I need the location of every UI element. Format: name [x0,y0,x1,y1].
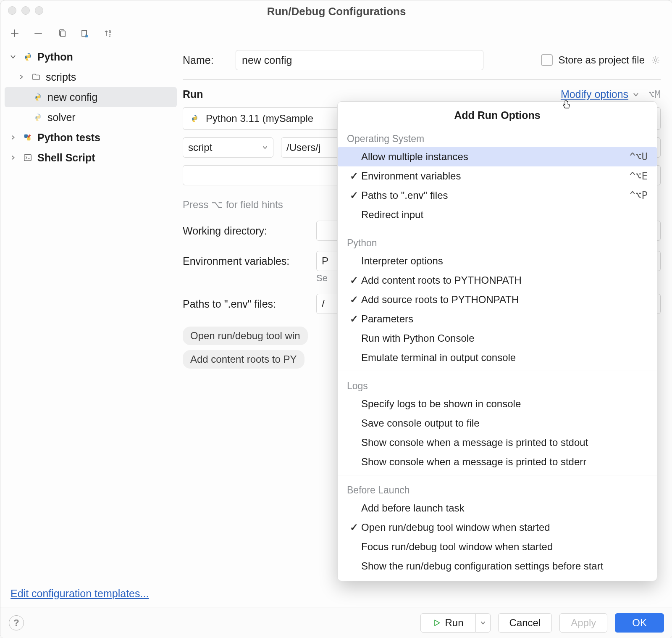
python-tests-icon [22,132,33,143]
popover-item[interactable]: Run with Python Console [338,329,657,348]
run-button[interactable]: Run [420,613,476,633]
tree-label: Shell Script [37,152,95,164]
popover-item[interactable]: ✓Open run/debug tool window when started [338,518,657,537]
run-config-dialog: Run/Debug Configurations az [0,0,672,638]
svg-rect-1 [60,31,65,37]
popover-group-title: Python [338,232,657,251]
chevron-down-icon[interactable] [8,53,18,60]
popover-item[interactable]: Emulate terminal in output console [338,348,657,367]
popover-group-title: Before Launch [338,479,657,498]
tree-node-scripts[interactable]: scripts [5,67,177,87]
popover-item-label: Show the run/debug configuration setting… [361,560,648,572]
tree-node-python[interactable]: Python [5,47,177,67]
popover-item-label: Redirect input [361,209,648,221]
cancel-button[interactable]: Cancel [498,613,552,633]
popover-item-label: Show console when a message is printed t… [361,437,648,448]
popover-item-label: Run with Python Console [361,332,648,344]
tree-label: scripts [46,71,76,83]
svg-point-9 [654,59,657,61]
chevron-right-icon[interactable] [8,134,18,140]
chevron-down-icon [262,145,268,150]
popover-item[interactable]: ✓Parameters [338,309,657,329]
popover-item[interactable]: Specify logs to be shown in console [338,394,657,414]
apply-button[interactable]: Apply [559,613,607,633]
tree-node-solver[interactable]: solver [5,107,177,127]
script-mode-select[interactable]: script [183,137,273,158]
remove-config-button[interactable] [32,27,44,39]
chevron-right-icon[interactable] [16,74,26,80]
popover-item-shortcut: ^⌥U [630,151,648,163]
popover-item-label: Allow multiple instances [361,151,630,163]
tree-node-python-tests[interactable]: Python tests [5,127,177,148]
edit-templates-link[interactable]: Edit configuration templates... [10,588,149,600]
popover-group-title: Logs [338,374,657,394]
python-icon [22,51,33,62]
popover-item[interactable]: Save console output to file [338,414,657,433]
popover-group-title: Operating System [338,127,657,147]
play-icon [433,619,441,627]
minimize-window-icon[interactable] [21,6,30,15]
copy-config-button[interactable] [56,27,68,39]
name-input[interactable]: new config [236,50,483,70]
gear-icon[interactable] [651,55,661,65]
env-vars-label: Environment variables: [183,255,309,267]
tree-label: new config [47,91,98,103]
svg-text:z: z [109,33,111,38]
python-icon [189,113,200,124]
name-label: Name: [183,54,227,66]
popover-item[interactable]: Show console when a message is printed t… [338,452,657,472]
store-as-project-checkbox[interactable] [541,54,553,66]
ok-button[interactable]: OK [615,613,664,633]
add-config-button[interactable] [9,27,21,39]
popover-item[interactable]: Focus run/debug tool window when started [338,537,657,556]
popover-item[interactable]: Show the run/debug configuration setting… [338,556,657,576]
save-temp-button[interactable] [79,27,91,39]
terminal-icon [22,152,33,163]
popover-item-label: Save console output to file [361,417,648,429]
check-icon: ✓ [347,522,361,533]
popover-item-label: Show console when a message is printed t… [361,456,648,468]
help-button[interactable]: ? [9,615,24,630]
titlebar: Run/Debug Configurations [0,0,672,22]
option-chip[interactable]: Add content roots to PY [183,350,304,369]
popover-item[interactable]: ✓Paths to ".env" files^⌥P [338,186,657,205]
env-files-label: Paths to ".env" files: [183,298,309,310]
zoom-window-icon[interactable] [35,6,43,15]
tree-label: solver [47,111,76,124]
option-chip[interactable]: Open run/debug tool win [183,327,308,345]
popover-item[interactable]: Show console when a message is printed t… [338,433,657,452]
python-icon [32,92,43,103]
close-window-icon[interactable] [8,6,16,15]
store-label: Store as project file [559,54,645,66]
divider [338,371,657,371]
popover-item[interactable]: Redirect input [338,205,657,224]
popover-item-label: Add source roots to PYTHONPATH [361,294,648,306]
working-dir-label: Working directory: [183,225,309,237]
add-run-options-popover: Add Run Options Operating SystemAllow mu… [337,101,657,581]
tree-node-shell-script[interactable]: Shell Script [5,148,177,168]
chevron-right-icon[interactable] [8,155,18,161]
run-dropdown-button[interactable] [476,613,491,633]
popover-item-label: Paths to ".env" files [361,190,630,201]
popover-item[interactable]: ✓Add source roots to PYTHONPATH [338,290,657,309]
check-icon: ✓ [347,313,361,325]
svg-point-4 [26,54,27,55]
popover-item-label: Interpreter options [361,255,648,267]
check-icon: ✓ [347,274,361,286]
popover-item[interactable]: Allow multiple instances^⌥U [338,147,657,166]
dialog-footer: ? Run Cancel Apply OK [0,607,672,638]
popover-item-label: Open run/debug tool window when started [361,522,648,533]
tree-node-new-config[interactable]: new config [5,87,177,107]
popover-item[interactable]: ✓Add content roots to PYTHONPATH [338,271,657,290]
popover-item[interactable]: Interpreter options [338,251,657,271]
interpreter-value: Python 3.11 (mySample [206,113,313,124]
run-button-group: Run [420,613,491,633]
sort-button[interactable]: az [103,27,115,39]
cursor-pointer-icon [562,99,574,111]
popover-item[interactable]: ✓Environment variables^⌥E [338,166,657,186]
chevron-down-icon[interactable] [633,91,639,98]
folder-icon [31,71,42,82]
divider [338,475,657,475]
dialog-title: Run/Debug Configurations [267,5,406,18]
popover-item[interactable]: Add before launch task [338,498,657,518]
